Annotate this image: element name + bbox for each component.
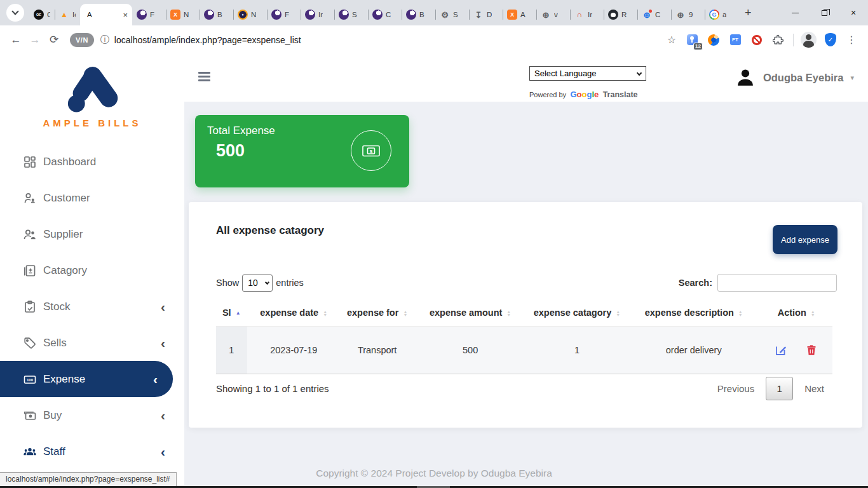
browser-tab[interactable]: ⚙S <box>435 4 469 25</box>
column-header[interactable]: expense description▲▼ <box>627 302 761 327</box>
bookmark-star-icon[interactable]: ☆ <box>667 34 676 46</box>
browser-tab[interactable]: XA <box>503 4 536 25</box>
forward-button[interactable]: → <box>25 34 44 46</box>
extension-ft[interactable]: FT <box>728 32 743 48</box>
tab-title: C <box>386 11 391 18</box>
browser-profile-button[interactable] <box>801 32 817 48</box>
column-header[interactable]: Sl▲ <box>216 302 247 327</box>
add-expense-button[interactable]: Add expense <box>773 225 837 254</box>
purple-favicon <box>372 10 383 20</box>
new-tab-button[interactable]: + <box>745 6 752 20</box>
status-bar-link: localhost/ample/index.php?page=exspense_… <box>0 472 177 486</box>
shield-favicon: ♦ <box>238 10 248 20</box>
show-label: Show <box>216 278 239 288</box>
browser-tab-strip: OEC▲IcA×FXNB♦NFIrSCB⚙S↧DXA⊕v∩IrR⊕C⊕9Ga +… <box>0 0 868 25</box>
browser-tab[interactable]: F <box>132 4 166 25</box>
globe-notification-favicon: ⊕ <box>642 10 652 20</box>
tab-title: C <box>47 11 50 18</box>
column-header[interactable]: expense for▲▼ <box>341 302 414 327</box>
tab-title: A <box>520 11 526 18</box>
column-header[interactable]: expense catagory▲▼ <box>527 302 627 327</box>
sidebar-item-dashboard[interactable]: Dashboard <box>0 144 184 180</box>
table-cell: order delivery <box>627 327 761 374</box>
phpmyadmin-favicon: ▲ <box>59 10 69 20</box>
browser-tab[interactable]: R <box>604 4 637 25</box>
browser-tab[interactable]: B <box>402 4 435 25</box>
search-input[interactable] <box>717 274 837 292</box>
previous-page-button[interactable]: Previous <box>709 383 763 394</box>
safety-shield-button[interactable]: ✓ <box>823 32 838 48</box>
vpn-badge[interactable]: V/N <box>70 33 94 47</box>
column-header[interactable]: Action▲▼ <box>760 302 832 327</box>
hamburger-menu-icon[interactable] <box>198 72 210 81</box>
browser-tab[interactable]: XN <box>166 4 200 25</box>
close-button[interactable]: × <box>839 0 868 25</box>
tab-title: A <box>87 11 92 18</box>
action-cell <box>760 327 832 374</box>
browser-tab[interactable]: ⊕9 <box>671 4 705 25</box>
user-menu[interactable]: Odugba Eyebira ▾ <box>735 67 854 88</box>
browser-tab[interactable]: OEC <box>29 4 55 25</box>
chevron-down-icon <box>637 70 642 75</box>
browser-tab[interactable]: F <box>267 4 301 25</box>
current-page-button[interactable]: 1 <box>766 377 793 400</box>
tab-title: S <box>453 11 458 18</box>
app-logo[interactable]: AMPLE BILLS <box>0 54 184 128</box>
footer-copyright: Copyright © 2024 Project Develop by Odug… <box>316 468 552 479</box>
reload-button[interactable]: ⟳ <box>44 33 64 46</box>
sidebar-item-supplier[interactable]: Supplier <box>0 216 184 252</box>
browser-tab[interactable]: Ir <box>301 4 334 25</box>
browser-tab[interactable]: ♦N <box>233 4 267 25</box>
browser-tab[interactable]: Ga <box>705 4 738 25</box>
browser-tab[interactable]: ∩Ir <box>570 4 604 25</box>
edit-button[interactable] <box>775 344 787 356</box>
sidebar-item-buy[interactable]: Buy ‹ <box>0 397 184 433</box>
sidebar-item-label: Buy <box>43 409 62 422</box>
next-page-button[interactable]: Next <box>796 383 832 394</box>
sidebar-item-expense[interactable]: 100 Expense ‹ <box>0 361 173 397</box>
svg-text:$: $ <box>370 148 373 154</box>
extension-blocker[interactable] <box>749 32 764 48</box>
sidebar-item-staff[interactable]: Staff ‹ <box>0 433 184 470</box>
browser-menu-button[interactable]: ⋮ <box>846 34 857 46</box>
column-header[interactable]: expense amount▲▼ <box>414 302 527 327</box>
sidebar-item-sells[interactable]: Sells ‹ <box>0 325 184 361</box>
browser-tab[interactable]: S <box>334 4 368 25</box>
browser-tab[interactable]: ▲Ic <box>55 4 80 25</box>
column-header[interactable]: expense date▲▼ <box>247 302 341 327</box>
language-select[interactable]: Select Language <box>529 66 646 81</box>
back-button[interactable]: ← <box>6 34 25 46</box>
extensions-puzzle-button[interactable] <box>771 32 786 48</box>
table-cell: 1 <box>527 327 627 374</box>
sidebar-item-catagory[interactable]: Catagory <box>0 252 184 288</box>
entries-info: Showing 1 to 1 of 1 entries <box>216 383 329 394</box>
tab-search-button[interactable] <box>6 4 24 22</box>
address-bar[interactable]: localhost/ample/index.php?page=exspense_… <box>114 35 301 45</box>
expense-list-panel: All expense catagory Add expense Show 10… <box>189 202 862 428</box>
tab-close-icon[interactable]: × <box>123 10 128 20</box>
sidebar-item-label: Sells <box>43 337 67 349</box>
delete-button[interactable] <box>805 344 818 356</box>
browser-tab[interactable]: ↧D <box>469 4 503 25</box>
browser-tab[interactable]: ⊕v <box>536 4 570 25</box>
xampp-favicon: X <box>507 10 517 20</box>
sidebar: AMPLE BILLS Dashboard Customer Supplier <box>0 54 184 488</box>
panel-title: All expense catagory <box>216 224 324 237</box>
sidebar-item-customer[interactable]: Customer <box>0 180 184 216</box>
tab-title: a <box>722 11 726 18</box>
extension-password-manager[interactable]: 12 <box>684 32 700 48</box>
powered-by-label: Powered by <box>529 91 566 98</box>
page-length-select[interactable]: 10 <box>242 274 273 292</box>
browser-tab[interactable]: ⊕C <box>637 4 671 25</box>
tab-title: 9 <box>689 11 693 18</box>
extension-color-circle[interactable] <box>706 32 721 48</box>
maximize-button[interactable] <box>810 0 839 25</box>
sidebar-item-label: Customer <box>43 192 90 205</box>
browser-tab[interactable]: A× <box>80 4 132 25</box>
site-info-icon[interactable]: ⓘ <box>100 34 109 46</box>
tab-title: F <box>285 11 289 18</box>
browser-tab[interactable]: B <box>200 4 233 25</box>
sidebar-item-stock[interactable]: Stock ‹ <box>0 288 184 325</box>
minimize-button[interactable] <box>780 0 810 25</box>
browser-tab[interactable]: C <box>368 4 402 25</box>
